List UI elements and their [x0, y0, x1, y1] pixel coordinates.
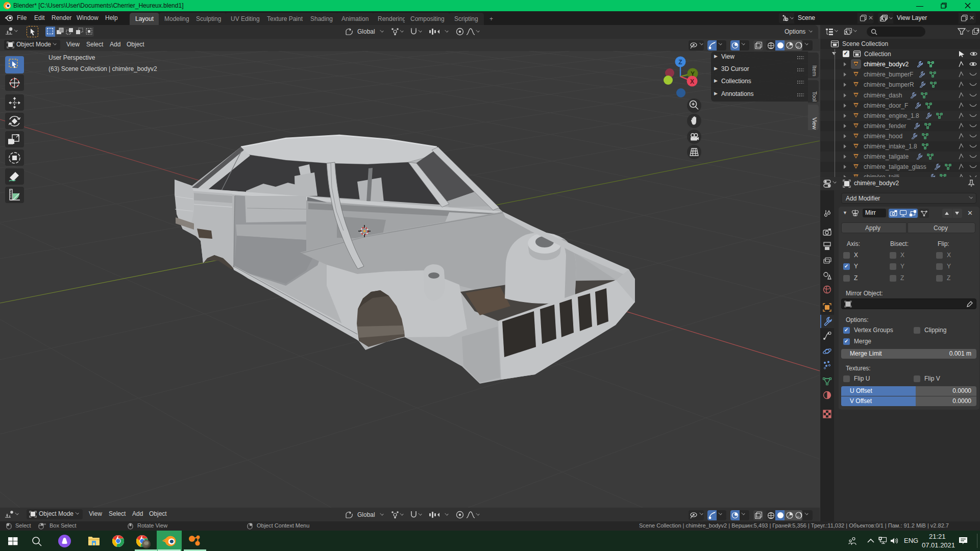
svg-text:Z: Z: [678, 59, 682, 66]
svg-text:X: X: [690, 78, 694, 85]
